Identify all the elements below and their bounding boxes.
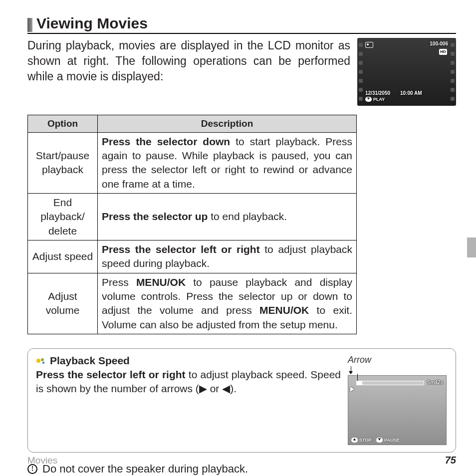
lcd-illustration-1: 100-006 HD 12/31/2050 10:00 AM PLAY: [357, 38, 456, 106]
table-cell-description: Press the selector left or right to adju…: [98, 240, 357, 273]
down-arrow-pill-icon: [376, 438, 383, 443]
table-cell-option: Adjust speed: [28, 240, 98, 273]
svg-point-1: [36, 359, 40, 363]
table-row: Start/pause playbackPress the selector d…: [28, 132, 357, 193]
lcd2-duration: 5m42s: [428, 380, 443, 385]
arrow-callout-label: Arrow: [348, 355, 448, 365]
lcd-play-label: PLAY: [373, 97, 385, 102]
table-row: Adjust speedPress the selector left or r…: [28, 240, 357, 273]
lcd2-pause-label: PAUSE: [384, 438, 399, 443]
svg-marker-0: [367, 97, 370, 99]
table-cell-option: Start/pause playback: [28, 132, 98, 193]
lcd-time: 10:00 AM: [400, 90, 422, 96]
table-header-option: Option: [28, 115, 98, 133]
arrow-callout-pointer-icon: [348, 366, 448, 375]
svg-point-2: [41, 358, 44, 361]
hd-badge-icon: HD: [439, 49, 447, 55]
movie-icon: [365, 42, 373, 48]
table-cell-option: End playback/delete: [28, 194, 98, 240]
lcd2-stop-label: STOP: [359, 438, 371, 443]
lcd-illustration-2: 5m42s STOP PAUSE: [348, 375, 447, 445]
svg-point-3: [42, 362, 44, 364]
note-body: Press the selector left or right to adju…: [36, 368, 341, 396]
footer-section: Movies: [27, 455, 57, 466]
table-cell-description: Press the selector down to start playbac…: [98, 132, 357, 193]
note-bubbles-icon: [36, 357, 47, 365]
lcd-file-number: 100-006: [430, 41, 448, 46]
table-row: Adjust volumePress MENU/OK to pause play…: [28, 273, 357, 334]
operations-table: Option Description Start/pause playbackP…: [27, 115, 357, 334]
playback-speed-note: Playback Speed Press the selector left o…: [27, 348, 456, 453]
progress-bar-fill: [356, 381, 362, 385]
svg-marker-4: [353, 439, 356, 441]
table-row: End playback/deletePress the selector up…: [28, 194, 357, 240]
svg-marker-5: [378, 439, 381, 441]
down-arrow-pill-icon: [365, 97, 372, 102]
heading-text: Viewing Movies: [36, 15, 148, 32]
heading-accent-bar: [27, 18, 32, 32]
page-footer: Movies 75: [27, 455, 456, 466]
table-header-description: Description: [98, 115, 357, 133]
manual-page: Viewing Movies During playback, movies a…: [0, 0, 476, 476]
up-arrow-pill-icon: [351, 438, 358, 443]
table-cell-option: Adjust volume: [28, 273, 98, 334]
intro-paragraph: During playback, movies are displayed in…: [27, 38, 350, 84]
play-arrow-icon: [350, 387, 354, 392]
lcd-date: 12/31/2050: [365, 90, 390, 96]
lcd-play-hint: PLAY: [365, 97, 385, 102]
note-title: Playback Speed: [50, 355, 130, 367]
progress-bar-bg: [356, 381, 424, 385]
section-thumb-tab: [467, 238, 476, 257]
footer-page-number: 75: [445, 455, 456, 466]
table-cell-description: Press the selector up to end playback.: [98, 194, 357, 240]
section-heading: Viewing Movies: [27, 15, 456, 34]
table-cell-description: Press MENU/OK to pause playback and disp…: [98, 273, 357, 334]
